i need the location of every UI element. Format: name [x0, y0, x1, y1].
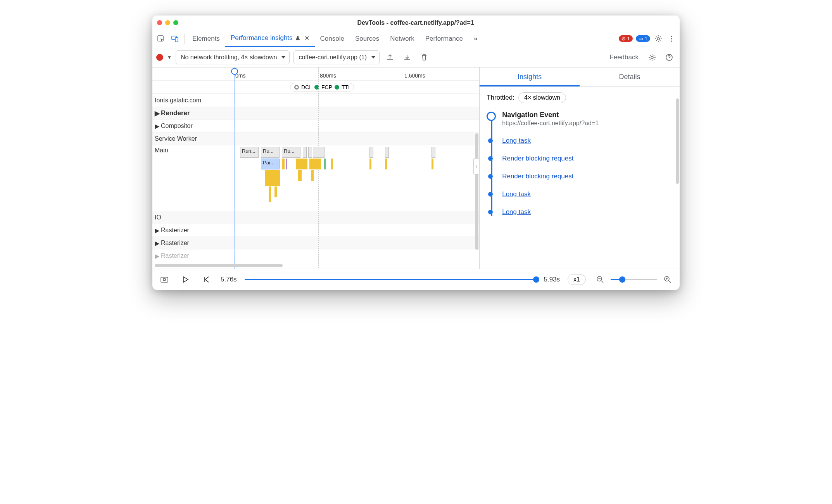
svg-point-5 [671, 38, 672, 39]
svg-rect-9 [161, 277, 168, 282]
window-shell: DevTools - coffee-cart.netlify.app/?ad=1… [152, 16, 680, 290]
tab-more[interactable]: » [468, 30, 483, 47]
step-back-icon[interactable] [200, 273, 213, 286]
svg-point-3 [657, 38, 659, 40]
record-button[interactable] [156, 54, 163, 61]
zoom-out-icon[interactable] [594, 273, 607, 286]
tab-performance[interactable]: Performance [420, 30, 468, 47]
svg-rect-2 [175, 38, 178, 42]
help-icon[interactable] [663, 51, 676, 64]
svg-point-4 [671, 36, 672, 37]
settings-icon[interactable] [652, 32, 665, 45]
tab-details[interactable]: Details [580, 67, 680, 86]
insight-nav-event[interactable]: Navigation Event https://coffee-cart.net… [502, 111, 673, 127]
svg-point-7 [651, 56, 653, 59]
insight-item[interactable]: Render blocking request [502, 173, 673, 180]
zoom-window-icon[interactable] [173, 20, 178, 25]
bottom-bar: 5.76s 5.93s x1 [152, 269, 680, 290]
insight-item[interactable]: Long task [502, 190, 673, 198]
track-compositor[interactable]: ▶Compositor [152, 123, 234, 130]
timeline-panel: 0ms 800ms 1,600ms DCL FCP TTI fonts.gst [152, 67, 479, 269]
track-main[interactable]: Main [152, 147, 234, 154]
tab-performance-insights[interactable]: Performance insights ✕ [225, 30, 315, 47]
timeline-scrubber[interactable] [245, 279, 536, 280]
zoom-in-icon[interactable] [661, 273, 674, 286]
throttled-label: Throttled: [487, 94, 514, 102]
flame-bar[interactable]: Ru... [282, 147, 300, 158]
menu-kebab-icon[interactable] [665, 32, 678, 45]
marker-pill[interactable]: DCL FCP TTI [290, 83, 354, 91]
delete-icon[interactable] [418, 51, 431, 64]
tab-sources[interactable]: Sources [350, 30, 385, 47]
insights-panel: Insights Details Throttled: 4× slowdown … [479, 67, 680, 269]
zoom-label[interactable]: x1 [568, 274, 586, 285]
flame-bar[interactable] [313, 147, 325, 158]
tab-network[interactable]: Network [385, 30, 419, 47]
close-window-icon[interactable] [157, 20, 162, 25]
timeline-header[interactable]: 0ms 800ms 1,600ms [152, 67, 479, 81]
content-split: 0ms 800ms 1,600ms DCL FCP TTI fonts.gst [152, 67, 680, 269]
record-dropdown-icon[interactable]: ▼ [167, 55, 172, 60]
dcl-icon [294, 85, 299, 90]
insight-item[interactable]: Render blocking request [502, 155, 673, 162]
track-rasterizer[interactable]: ▶Rasterizer [152, 227, 234, 234]
vertical-scrollbar[interactable] [676, 98, 679, 184]
timeline-tick: 0ms [235, 72, 245, 79]
target-select[interactable]: coffee-cart.netlify.app (1) [293, 50, 380, 64]
errors-badge[interactable]: ⊘ 1 [619, 35, 633, 42]
tab-insights[interactable]: Insights [480, 67, 580, 86]
ts-left: 5.76s [221, 276, 237, 283]
timeline-markers: DCL FCP TTI [152, 81, 479, 94]
ts-right: 5.93s [544, 276, 560, 283]
horizontal-scrollbar[interactable] [155, 264, 283, 267]
track-rasterizer[interactable]: ▶Rasterizer [152, 240, 234, 247]
zoom-slider[interactable] [611, 279, 657, 280]
throttling-select[interactable]: No network throttling, 4× slowdown [176, 50, 290, 64]
svg-point-6 [671, 40, 672, 41]
feedback-link[interactable]: Feedback [609, 54, 639, 61]
titlebar: DevTools - coffee-cart.netlify.app/?ad=1 [152, 16, 680, 30]
flame-bar[interactable] [432, 147, 435, 158]
comment-icon: ▭ [639, 36, 643, 41]
screenshot-icon[interactable] [158, 273, 171, 286]
minimize-window-icon[interactable] [165, 20, 170, 25]
panel-expand-icon[interactable]: › [473, 158, 479, 174]
tracks-scroll[interactable]: fonts.gstatic.com ▶Renderer ▶Compositor … [152, 94, 479, 264]
import-icon[interactable] [400, 51, 414, 64]
svg-point-10 [163, 278, 166, 281]
close-tab-icon[interactable]: ✕ [304, 35, 309, 42]
flame-bar[interactable]: Run... [240, 147, 259, 158]
export-icon[interactable] [383, 51, 397, 64]
flask-icon [295, 35, 300, 41]
window-controls[interactable] [157, 20, 178, 25]
flame-bar[interactable]: Par... [261, 159, 280, 169]
insights-body: Throttled: 4× slowdown Navigation Event … [480, 87, 680, 269]
track-renderer[interactable]: ▶Renderer [152, 109, 234, 117]
flame-bar[interactable]: Ru... [261, 147, 280, 158]
toolbar: ▼ No network throttling, 4× slowdown cof… [152, 47, 680, 67]
flame-bar[interactable] [369, 147, 373, 158]
track-row: fonts.gstatic.com [152, 94, 479, 107]
throttled-pill[interactable]: 4× slowdown [518, 92, 566, 103]
issues-badge[interactable]: ▭ 1 [636, 35, 650, 42]
insights-tabstrip: Insights Details [480, 67, 680, 87]
insight-item[interactable]: Long task [502, 137, 673, 145]
timeline-tick: 800ms [320, 72, 336, 79]
tab-elements[interactable]: Elements [187, 30, 225, 47]
timeline-tick: 1,600ms [404, 72, 425, 79]
window-title: DevTools - coffee-cart.netlify.app/?ad=1 [178, 19, 653, 26]
track-service-worker[interactable]: Service Worker [152, 135, 234, 142]
device-toggle-icon[interactable] [168, 32, 182, 46]
flame-bar[interactable] [385, 147, 389, 158]
flame-bar[interactable] [308, 147, 312, 158]
inspect-icon[interactable] [154, 32, 168, 46]
error-icon: ⊘ [621, 36, 626, 41]
play-icon[interactable] [179, 273, 192, 286]
vertical-scrollbar[interactable] [475, 133, 478, 250]
insight-item[interactable]: Long task [502, 208, 673, 216]
panel-settings-icon[interactable] [646, 51, 659, 64]
tab-console[interactable]: Console [315, 30, 350, 47]
track-io[interactable]: IO [152, 214, 234, 221]
flame-bar[interactable] [303, 147, 307, 158]
main-track-body[interactable]: Run... Ru... Ru... Par... [234, 147, 479, 213]
